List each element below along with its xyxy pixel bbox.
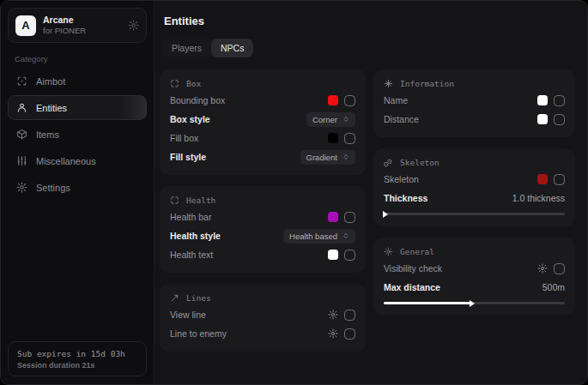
row-label: Health style <box>170 231 221 241</box>
color-swatch[interactable] <box>328 133 338 143</box>
checkbox[interactable] <box>344 250 355 261</box>
checkbox[interactable] <box>554 95 565 106</box>
cube-icon <box>16 129 27 140</box>
gear-icon[interactable] <box>537 263 548 274</box>
card-general: General Visibility check Max distance 50… <box>373 238 575 316</box>
corners-icon <box>170 79 179 88</box>
gear-icon[interactable] <box>328 328 338 339</box>
left-column: Box Bounding box Box style Corner <box>160 69 366 352</box>
sidebar-nav: Aimbot Entities Items Miscellaneous Sett… <box>8 69 147 200</box>
card-title: General <box>400 247 434 256</box>
sidebar-item-settings[interactable]: Settings <box>8 175 147 200</box>
sidebar-item-aimbot[interactable]: Aimbot <box>8 69 147 93</box>
sub-expiry-text: Sub expires in 15d 03h <box>17 349 137 358</box>
setting-row-box-style: Box style Corner <box>170 110 355 129</box>
checkbox[interactable] <box>554 263 565 274</box>
card-skeleton: Skeleton Skeleton Thickness 1.0 thicknes… <box>373 148 575 226</box>
box-style-select[interactable]: Corner <box>306 112 355 127</box>
app-subtitle: for PIONER <box>43 26 86 36</box>
card-header: Box <box>170 79 355 88</box>
logo-card: A Arcane for PIONER <box>8 8 147 43</box>
setting-row-health-text: Health text <box>170 245 355 264</box>
color-swatch[interactable] <box>537 95 548 105</box>
checkbox[interactable] <box>554 114 565 125</box>
gear-icon[interactable] <box>128 20 139 31</box>
setting-row-view-line: View line <box>170 305 355 324</box>
chevron-updown-icon <box>342 116 349 123</box>
gear-icon[interactable] <box>328 310 338 320</box>
row-label: Skeleton <box>384 174 419 184</box>
right-column: Information Name Distance <box>373 69 575 316</box>
card-box: Box Bounding box Box style Corner <box>160 69 366 175</box>
sidebar-item-miscellaneous[interactable]: Miscellaneous <box>8 148 147 173</box>
checkbox[interactable] <box>344 95 355 106</box>
checkbox[interactable] <box>344 133 355 144</box>
bone-icon <box>384 158 393 167</box>
setting-row-health-bar: Health bar <box>170 208 355 226</box>
card-lines: Lines View line Line to enemy <box>160 284 366 352</box>
checkbox[interactable] <box>554 174 565 185</box>
sliders-icon <box>16 155 27 166</box>
setting-row-bounding-box: Bounding box <box>170 91 355 110</box>
thickness-slider[interactable] <box>384 210 565 218</box>
slider-value: 1.0 thickness <box>512 193 565 203</box>
card-title: Box <box>186 79 201 88</box>
card-header: Health <box>170 196 355 205</box>
sidebar-item-label: Aimbot <box>36 76 65 87</box>
row-label: Line to enemy <box>170 328 227 339</box>
fill-style-select[interactable]: Gradient <box>300 150 355 165</box>
color-swatch[interactable] <box>328 212 338 222</box>
slider-thumb[interactable] <box>383 211 388 218</box>
card-header: Lines <box>170 293 355 303</box>
row-label: View line <box>170 310 206 320</box>
health-style-select[interactable]: Health based <box>283 229 355 244</box>
card-header: Information <box>384 79 565 88</box>
setting-row-visibility-check: Visibility check <box>384 259 565 278</box>
select-value: Corner <box>312 115 337 124</box>
tab-npcs[interactable]: NPCs <box>211 39 253 57</box>
slider-value: 500m <box>543 282 565 292</box>
sidebar-item-items[interactable]: Items <box>8 122 147 147</box>
card-title: Skeleton <box>400 158 439 167</box>
setting-row-fill-style: Fill style Gradient <box>170 147 355 166</box>
setting-row-line-to-enemy: Line to enemy <box>170 324 355 343</box>
tab-players[interactable]: Players <box>162 39 211 57</box>
row-label: Distance <box>384 114 419 124</box>
color-swatch[interactable] <box>537 114 548 124</box>
row-label: Visibility check <box>384 263 442 274</box>
color-swatch[interactable] <box>328 250 338 260</box>
setting-row-skeleton: Skeleton <box>384 170 565 189</box>
sidebar-item-entities[interactable]: Entities <box>8 95 147 120</box>
row-label: Health bar <box>170 212 211 222</box>
max-distance-slider[interactable] <box>384 299 565 307</box>
checkbox[interactable] <box>344 310 355 321</box>
row-label: Health text <box>170 250 213 260</box>
setting-row-thickness: Thickness 1.0 thickness <box>384 189 565 208</box>
sun-icon <box>384 247 393 256</box>
color-swatch[interactable] <box>328 95 338 105</box>
slider-thumb[interactable] <box>470 300 475 307</box>
corners-icon <box>170 196 179 205</box>
setting-row-health-style: Health style Health based <box>170 226 355 245</box>
card-health: Health Health bar Health style Health ba… <box>160 186 366 273</box>
card-title: Health <box>186 196 215 205</box>
row-label: Thickness <box>384 193 427 203</box>
sidebar: A Arcane for PIONER Category Aimbot Enti… <box>1 1 155 384</box>
chevron-updown-icon <box>342 153 349 160</box>
settings-grid: Box Bounding box Box style Corner <box>160 69 575 352</box>
select-value: Gradient <box>306 153 337 162</box>
setting-row-fill-box: Fill box <box>170 129 355 147</box>
session-duration-text: Session duration 21s <box>17 361 137 370</box>
logo-text: Arcane for PIONER <box>43 15 86 36</box>
sidebar-item-label: Entities <box>36 103 67 113</box>
setting-row-distance: Distance <box>384 110 565 129</box>
sparkle-icon <box>384 79 393 88</box>
checkbox[interactable] <box>344 212 355 223</box>
checkbox[interactable] <box>344 328 355 340</box>
color-swatch[interactable] <box>537 174 548 184</box>
sidebar-item-label: Miscellaneous <box>36 156 96 166</box>
row-label: Name <box>384 95 408 105</box>
tab-group: Players NPCs <box>162 39 253 57</box>
card-header: General <box>384 247 565 256</box>
line-icon <box>170 293 179 303</box>
